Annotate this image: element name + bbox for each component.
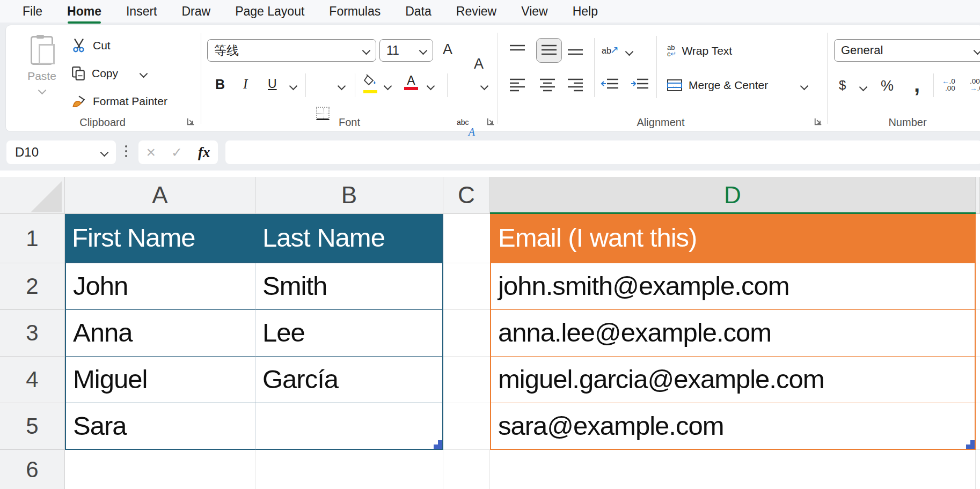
- formula-input[interactable]: [225, 140, 980, 164]
- align-left-button[interactable]: [509, 78, 525, 93]
- cell-A2[interactable]: John: [65, 263, 255, 310]
- cell-D6[interactable]: [490, 450, 976, 489]
- formula-bar-splitter-dots[interactable]: [125, 145, 127, 157]
- cell-D5[interactable]: sara@example.com: [490, 403, 976, 450]
- borders-dropdown-chevron[interactable]: [338, 82, 346, 91]
- format-painter-button[interactable]: Format Painter: [71, 91, 167, 112]
- font-effects-chevron[interactable]: [480, 82, 489, 91]
- cell-C2[interactable]: [443, 263, 490, 310]
- percent-style-button[interactable]: %: [881, 78, 894, 94]
- cell-C5[interactable]: [443, 403, 490, 450]
- paste-button[interactable]: Paste: [18, 36, 66, 93]
- font-size-chevron[interactable]: [419, 46, 428, 55]
- column-header-d-selected[interactable]: D: [490, 177, 976, 214]
- cell-C4[interactable]: [443, 357, 490, 403]
- cell-C1[interactable]: [443, 214, 490, 263]
- row-header-3[interactable]: 3: [0, 310, 65, 357]
- row-header-5[interactable]: 5: [0, 403, 65, 450]
- orientation-button[interactable]: ab↗: [602, 43, 619, 56]
- cell-A3[interactable]: Anna: [65, 310, 255, 357]
- name-box-chevron[interactable]: [100, 148, 109, 157]
- bold-button[interactable]: B: [215, 77, 225, 92]
- row-header-4[interactable]: 4: [0, 357, 65, 403]
- font-color-chevron[interactable]: [427, 82, 435, 91]
- cell-D4[interactable]: miguel.garcia@example.com: [490, 357, 976, 403]
- fill-color-button[interactable]: [363, 75, 377, 93]
- decrease-decimal-button[interactable]: ←.0 .00: [942, 78, 955, 92]
- row-header-6[interactable]: 6: [0, 450, 65, 489]
- cell-A5[interactable]: Sara: [65, 403, 255, 450]
- insert-function-icon[interactable]: fx: [198, 144, 210, 161]
- increase-indent-button[interactable]: [631, 78, 649, 93]
- cell-A4[interactable]: Miguel: [65, 357, 255, 403]
- font-color-button[interactable]: A: [404, 75, 418, 90]
- cut-button[interactable]: Cut: [71, 35, 111, 56]
- copy-dropdown-chevron[interactable]: [140, 69, 148, 78]
- alignment-dialog-launcher-icon[interactable]: [814, 117, 822, 125]
- menu-data[interactable]: Data: [405, 4, 432, 19]
- cell-B5[interactable]: [255, 403, 443, 450]
- clipboard-dialog-launcher-icon[interactable]: [187, 117, 195, 125]
- font-dialog-launcher-icon[interactable]: [487, 117, 495, 125]
- number-format-combobox[interactable]: General: [834, 39, 980, 62]
- currency-format-button[interactable]: $: [839, 78, 846, 93]
- menu-draw[interactable]: Draw: [182, 4, 211, 19]
- cell-C3[interactable]: [443, 310, 490, 357]
- column-header-a[interactable]: A: [65, 177, 255, 214]
- increase-decimal-button[interactable]: .00 →.0: [970, 78, 980, 92]
- select-all-corner[interactable]: [0, 177, 65, 214]
- cell-D3[interactable]: anna.lee@example.com: [490, 310, 976, 357]
- row-header-2[interactable]: 2: [0, 263, 65, 310]
- separator: [656, 36, 657, 98]
- font-name-combobox[interactable]: 等线: [207, 39, 376, 62]
- cell-B3[interactable]: Lee: [255, 310, 443, 357]
- align-right-button[interactable]: [567, 78, 583, 93]
- cell-A6[interactable]: [65, 450, 255, 489]
- merge-center-chevron[interactable]: [800, 82, 809, 91]
- column-header-e-sliver[interactable]: [976, 177, 980, 214]
- menu-page-layout[interactable]: Page Layout: [235, 4, 304, 19]
- menu-view[interactable]: View: [521, 4, 547, 19]
- cell-B1[interactable]: Last Name: [255, 214, 443, 263]
- menu-formulas[interactable]: Formulas: [329, 4, 381, 19]
- underline-button[interactable]: U: [268, 77, 277, 91]
- number-format-chevron[interactable]: [974, 46, 980, 55]
- menu-review[interactable]: Review: [456, 4, 496, 19]
- cell-B2[interactable]: Smith: [255, 263, 443, 310]
- column-header-c[interactable]: C: [443, 177, 490, 214]
- menu-insert[interactable]: Insert: [126, 4, 157, 19]
- menu-home[interactable]: Home: [67, 4, 101, 19]
- decrease-indent-button[interactable]: [601, 78, 619, 93]
- cell-C6[interactable]: [443, 450, 490, 489]
- cell-B4[interactable]: García: [255, 357, 443, 403]
- align-center-button[interactable]: [539, 78, 555, 93]
- menu-help[interactable]: Help: [573, 4, 598, 19]
- menu-file[interactable]: File: [23, 4, 42, 19]
- copy-button[interactable]: Copy: [71, 63, 147, 84]
- font-name-chevron[interactable]: [362, 46, 371, 55]
- enter-icon[interactable]: ✓: [171, 145, 182, 160]
- bottom-align-button[interactable]: [567, 43, 583, 57]
- column-header-b[interactable]: B: [255, 177, 443, 214]
- cell-D2[interactable]: john.smith@example.com: [490, 263, 976, 310]
- paste-dropdown-chevron[interactable]: [38, 86, 46, 95]
- name-box[interactable]: D10: [6, 140, 116, 164]
- row-header-1[interactable]: 1: [0, 214, 65, 263]
- cancel-icon[interactable]: ×: [147, 143, 156, 161]
- wrap-text-button[interactable]: ab c↵ Wrap Text: [667, 40, 732, 62]
- fill-color-chevron[interactable]: [384, 82, 392, 91]
- menu-bar: File Home Insert Draw Page Layout Formul…: [0, 0, 980, 23]
- italic-button[interactable]: I: [243, 77, 247, 92]
- cell-B6[interactable]: [255, 450, 443, 489]
- font-size-value: 11: [386, 43, 399, 58]
- comma-style-button[interactable]: ,: [914, 72, 920, 97]
- merge-center-button[interactable]: ↔ Merge & Center: [667, 75, 768, 96]
- currency-format-chevron[interactable]: [859, 83, 868, 92]
- font-effects-button[interactable]: abc A: [457, 119, 476, 137]
- top-align-button[interactable]: [509, 43, 525, 57]
- middle-align-button-selected[interactable]: [536, 38, 562, 63]
- underline-dropdown-chevron[interactable]: [289, 82, 298, 91]
- font-size-combobox[interactable]: 11: [379, 39, 433, 62]
- cell-A1[interactable]: First Name: [65, 214, 255, 263]
- cell-D1[interactable]: Email (I want this): [490, 214, 976, 263]
